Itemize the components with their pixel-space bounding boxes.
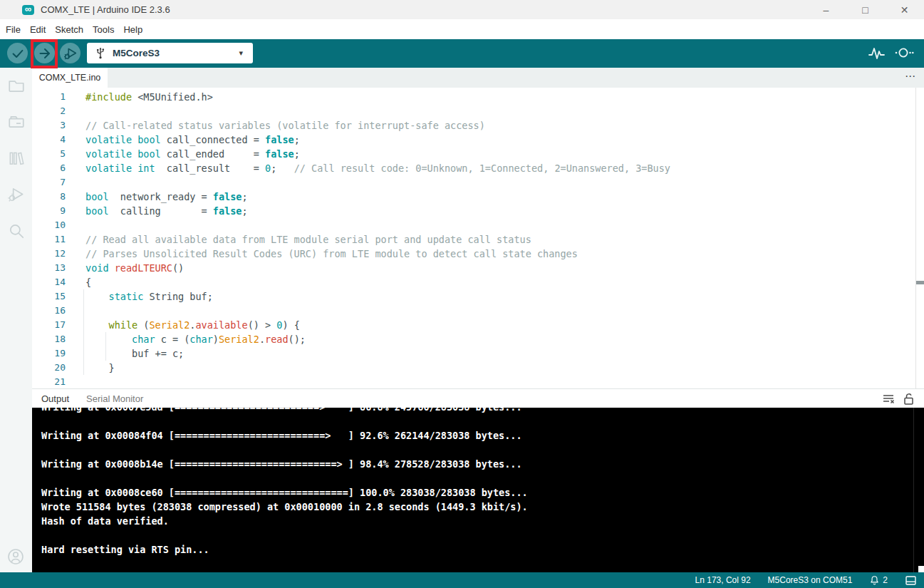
console-line: Writing at 0x0008b14e [=================… — [41, 457, 924, 471]
clear-output-icon[interactable] — [882, 392, 896, 406]
code-line-text: #include <M5Unified.h> — [85, 90, 924, 104]
code-line[interactable]: 21 — [32, 375, 924, 388]
console-resize-corner[interactable] — [918, 566, 924, 572]
menu-tools[interactable]: Tools — [93, 24, 114, 35]
line-number: 20 — [32, 361, 85, 375]
menu-help[interactable]: Help — [123, 24, 142, 35]
line-number: 3 — [32, 118, 85, 133]
toggle-panel-icon — [905, 575, 917, 586]
code-editor[interactable]: 1#include <M5Unified.h>23// Call-related… — [32, 88, 924, 388]
code-line[interactable]: 20 } — [32, 361, 924, 375]
console-line: Writing at 0x0007e5dd [=================… — [41, 408, 924, 414]
menu-file[interactable]: File — [6, 24, 21, 35]
line-number: 8 — [32, 190, 85, 204]
indent-guide — [83, 332, 84, 346]
code-line[interactable]: 11// Read all available data from LTE mo… — [32, 232, 924, 247]
maximize-button[interactable]: □ — [846, 0, 885, 19]
tabbar-more-menu[interactable]: ⋯ — [905, 70, 915, 83]
tab-comx-lte-ino[interactable]: COMX_LTE.ino — [32, 68, 108, 88]
menu-edit[interactable]: Edit — [30, 24, 46, 35]
indent-guide — [105, 332, 106, 346]
line-number: 21 — [32, 375, 85, 388]
line-number: 15 — [32, 289, 85, 304]
code-line[interactable]: 1#include <M5Unified.h> — [32, 90, 924, 104]
code-line[interactable]: 15 static String buf; — [32, 289, 924, 304]
code-line-text — [85, 218, 924, 232]
cursor-position[interactable]: Ln 173, Col 92 — [695, 575, 751, 585]
line-number: 17 — [32, 318, 85, 332]
tab-output[interactable]: Output — [41, 393, 69, 404]
sketchbook-folder-icon[interactable] — [7, 76, 26, 95]
minimize-button[interactable]: – — [806, 0, 846, 19]
code-line[interactable]: 16 — [32, 304, 924, 318]
console-line: Hard resetting via RTS pin... — [41, 542, 924, 557]
boards-manager-icon[interactable] — [7, 113, 26, 131]
board-port-status[interactable]: M5CoreS3 on COM51 — [768, 575, 853, 585]
serial-monitor-icon[interactable] — [894, 45, 914, 62]
code-line[interactable]: 4volatile bool call_connected = false; — [32, 133, 924, 147]
line-number: 6 — [32, 161, 85, 175]
verify-button[interactable] — [7, 43, 28, 63]
code-line-text: // Read all available data from LTE modu… — [85, 232, 924, 247]
toggle-panel-button[interactable] — [905, 575, 917, 586]
code-line[interactable]: 19 buf += c; — [32, 346, 924, 361]
debug-button[interactable] — [60, 43, 81, 63]
console-text: Writing at 0x0007e5dd [=================… — [41, 408, 924, 557]
status-bar: Ln 173, Col 92 M5CoreS3 on COM51 2 — [0, 572, 924, 588]
line-number: 12 — [32, 247, 85, 261]
board-selector[interactable]: M5CoreS3 ▾ — [87, 43, 253, 63]
code-line[interactable]: 18 char c = (char)Serial2.read(); — [32, 332, 924, 346]
editor-scrollbar[interactable] — [915, 88, 916, 388]
code-line[interactable]: 6volatile int call_result = 0; // Call r… — [32, 161, 924, 175]
code-line[interactable]: 10 — [32, 218, 924, 232]
code-line-text — [85, 175, 924, 190]
code-line[interactable]: 7 — [32, 175, 924, 190]
toolbar: M5CoreS3 ▾ — [0, 39, 924, 68]
line-number: 1 — [32, 90, 85, 104]
line-number: 5 — [32, 147, 85, 161]
line-number: 11 — [32, 232, 85, 247]
arduino-ide-window: ∞ COMX_LTE | Arduino IDE 2.3.6 – □ ✕ Fil… — [0, 0, 924, 588]
code-line[interactable]: 9bool calling = false; — [32, 204, 924, 218]
code-line-text: char c = (char)Serial2.read(); — [85, 332, 924, 346]
activity-sidebar — [0, 68, 32, 572]
code-line[interactable]: 14{ — [32, 275, 924, 289]
output-console[interactable]: Writing at 0x0007e5dd [=================… — [32, 408, 924, 572]
code-line-text — [85, 304, 924, 318]
debug-icon[interactable] — [7, 185, 26, 204]
code-line-text: volatile int call_result = 0; // Call re… — [85, 161, 924, 175]
library-manager-icon[interactable] — [7, 149, 26, 167]
code-line[interactable]: 3// Call-related status variables (volat… — [32, 118, 924, 133]
code-line[interactable]: 17 while (Serial2.available() > 0) { — [32, 318, 924, 332]
code-line-text: void readLTEURC() — [85, 261, 924, 275]
code-line[interactable]: 8bool network_ready = false; — [32, 190, 924, 204]
console-line: Hash of data verified. — [41, 514, 924, 528]
notifications[interactable]: 2 — [869, 574, 888, 586]
close-button[interactable]: ✕ — [885, 0, 924, 19]
code-line[interactable]: 13void readLTEURC() — [32, 261, 924, 275]
tab-serial-monitor[interactable]: Serial Monitor — [86, 393, 143, 404]
chevron-down-icon: ▾ — [239, 48, 243, 58]
checkmark-icon — [10, 46, 26, 61]
line-number: 9 — [32, 204, 85, 218]
toolbar-right — [868, 43, 914, 63]
serial-plotter-icon[interactable] — [868, 45, 886, 62]
bell-icon — [869, 574, 880, 586]
line-number: 16 — [32, 304, 85, 318]
arduino-logo-icon: ∞ — [22, 5, 34, 15]
code-line-text: bool calling = false; — [85, 204, 924, 218]
search-icon[interactable] — [7, 222, 26, 240]
code-line[interactable]: 12// Parses Unsolicited Result Codes (UR… — [32, 247, 924, 261]
notification-count: 2 — [883, 575, 888, 585]
menu-sketch[interactable]: Sketch — [55, 24, 83, 35]
indent-guide — [83, 304, 84, 318]
code-lines: 1#include <M5Unified.h>23// Call-related… — [32, 88, 924, 388]
line-number: 19 — [32, 346, 85, 361]
code-line-text: { — [85, 275, 924, 289]
account-icon[interactable] — [6, 547, 25, 566]
code-line[interactable]: 2 — [32, 104, 924, 118]
autoscroll-lock-icon[interactable] — [903, 392, 915, 406]
editor-scrollbar-marker — [916, 281, 924, 284]
output-panel-header: Output Serial Monitor — [32, 388, 924, 408]
code-line[interactable]: 5volatile bool call_ended = false; — [32, 147, 924, 161]
